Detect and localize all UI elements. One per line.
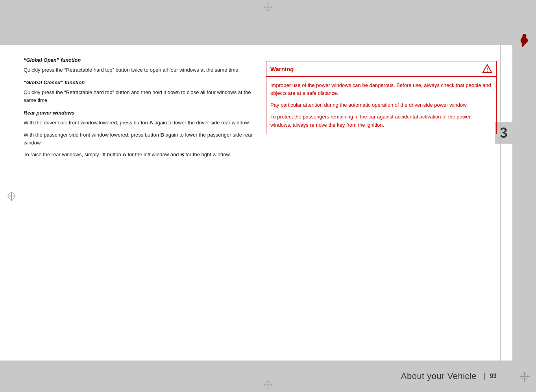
button-b-2: B <box>180 152 184 157</box>
bottom-bar: About your Vehicle 93 <box>0 361 536 392</box>
warning-line2: Pay particular attention during the auto… <box>270 101 492 109</box>
warning-header: Warning ! <box>266 61 496 77</box>
svg-text:!: ! <box>486 67 488 73</box>
rear-windows-para2: With the passenger side front window low… <box>24 131 254 147</box>
global-open-text: Quickly press the “Retractable hard top”… <box>24 66 254 74</box>
warning-line3: To protect the passengers remaining in t… <box>270 113 492 129</box>
main-content: “Global Open” function Quickly press the… <box>0 45 512 361</box>
rear-windows-heading: Rear power windows <box>24 110 254 116</box>
right-sidebar <box>512 0 536 392</box>
button-a-1: A <box>149 120 153 126</box>
global-closed-heading: “Global Closed” function <box>24 80 254 85</box>
warning-body: Improper use of the power windows can be… <box>266 77 496 134</box>
global-closed-text: Quickly press the “Retractable hard top”… <box>24 89 254 104</box>
warning-line1: Improper use of the power windows can be… <box>270 81 492 97</box>
top-bar <box>0 0 536 45</box>
warning-title: Warning <box>270 66 294 72</box>
warning-box: Warning ! Improper use of the power wind… <box>266 61 497 134</box>
right-column: Warning ! Improper use of the power wind… <box>266 53 497 353</box>
rear-windows-para1: With the driver side front window lowere… <box>24 119 254 127</box>
footer-title: About your Vehicle <box>401 371 477 381</box>
page-number: 93 <box>484 373 497 380</box>
crosshair-bottom-center <box>264 381 272 389</box>
ferrari-logo <box>518 33 530 50</box>
button-b-1: B <box>161 132 164 138</box>
rear-windows-para3: To raise the rear windows, simply lift b… <box>24 151 254 159</box>
crosshair-right-bottom <box>521 373 528 380</box>
warning-triangle-icon: ! <box>482 64 492 74</box>
footer-content: About your Vehicle 93 <box>401 371 497 381</box>
button-a-2: A <box>122 152 126 157</box>
crosshair-top-center <box>264 3 272 11</box>
global-open-heading: “Global Open” function <box>24 57 254 63</box>
left-column: “Global Open” function Quickly press the… <box>24 53 254 353</box>
